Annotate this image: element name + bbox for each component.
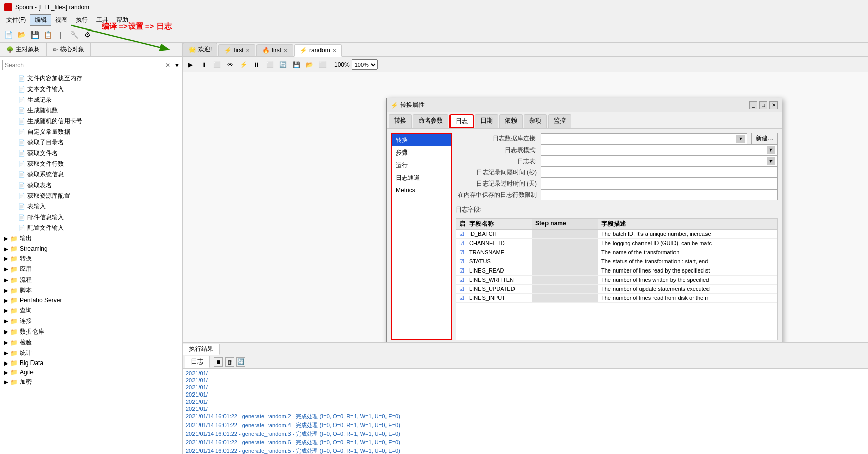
form-input-4[interactable] (541, 178, 778, 189)
tree-item[interactable]: 📄获取子目录名 (0, 137, 182, 148)
tree-item[interactable]: 📄获取文件行数 (0, 159, 182, 169)
dialog-minimize-btn[interactable]: _ (749, 101, 757, 109)
tree-item[interactable]: 📄自定义常量数据 (0, 127, 182, 137)
form-input-5[interactable] (541, 189, 778, 200)
tree-folder-统计[interactable]: ▶📁统计 (0, 348, 182, 358)
run-config-btn[interactable]: ⚡ (238, 59, 249, 70)
dialog-tab-monitor[interactable]: 监控 (548, 114, 571, 128)
tab-close-2[interactable]: ✕ (283, 48, 287, 53)
tab-main-tree[interactable]: 🌳 主对象树 (0, 43, 47, 56)
tree-item[interactable]: 📄生成随机数 (0, 105, 182, 116)
tree-folder-输出[interactable]: ▶📁输出 (0, 233, 182, 244)
tab-core-objects[interactable]: ✏ 核心对象 (47, 43, 91, 56)
preview-btn[interactable]: 👁 (224, 59, 236, 70)
log-refresh-btn[interactable]: 🔄 (236, 357, 245, 367)
run-btn[interactable]: ▶ (185, 59, 196, 70)
dialog-list-item-日志通道[interactable]: 日志通道 (392, 172, 451, 185)
dialog-list-item-Metrics[interactable]: Metrics (392, 185, 451, 196)
menu-edit[interactable]: 编辑 (30, 14, 51, 26)
tree-folder-转换[interactable]: ▶📁转换 (0, 253, 182, 264)
tree-folder-Streaming[interactable]: ▶📁Streaming (0, 244, 182, 253)
editor-tab-2[interactable]: 🔥first✕ (256, 44, 293, 56)
tree-folder-应用[interactable]: ▶📁应用 (0, 264, 182, 275)
table-row[interactable]: ☑ ID_BATCH The batch ID. It's a unique n… (456, 230, 777, 239)
search-clear-btn[interactable]: ✕ (163, 60, 172, 70)
combo-arrow-1[interactable]: ▼ (767, 146, 775, 154)
pause-btn[interactable]: ⏸ (198, 59, 209, 70)
pause-config-btn[interactable]: ⏸ (251, 59, 262, 70)
combo-arrow-2[interactable]: ▼ (767, 157, 775, 165)
tree-item[interactable]: 📄邮件信息输入 (0, 212, 182, 223)
menu-help[interactable]: 帮助 (112, 15, 133, 25)
tree-folder-Agile[interactable]: ▶📁Agile (0, 368, 182, 377)
menu-view[interactable]: 视图 (51, 15, 72, 25)
tree-item[interactable]: 📄文本文件输入 (0, 84, 182, 95)
menu-run[interactable]: 执行 (72, 15, 92, 25)
canvas-area[interactable]: ⚡ 转换属性 _ □ ✕ 转换命名参数日志日期依赖杂项监控 (183, 72, 868, 342)
editor-tab-0[interactable]: 🌟欢迎! (183, 43, 217, 56)
stop-btn[interactable]: ⬜ (211, 59, 222, 70)
row-check-3[interactable]: ☑ (456, 257, 466, 266)
open-canvas-btn[interactable]: 📂 (304, 59, 315, 70)
open-btn[interactable]: 📂 (15, 28, 27, 41)
tree-item[interactable]: 📄获取资源库配置 (0, 191, 182, 201)
new-connection-btn[interactable]: 新建... (751, 133, 778, 144)
tree-folder-PentahoServer[interactable]: ▶📁Pentaho Server (0, 296, 182, 305)
tree-item[interactable]: 📄生成随机的信用卡号 (0, 116, 182, 127)
row-check-6[interactable]: ☑ (456, 285, 466, 293)
search-input[interactable] (2, 60, 163, 70)
zoom-select[interactable]: 100% 75% 50% 150% (352, 59, 378, 70)
tree-item[interactable]: 📄获取表名 (0, 180, 182, 191)
tree-item[interactable]: 📄表输入 (0, 201, 182, 212)
form-input-3[interactable] (541, 167, 778, 178)
refresh-btn[interactable]: 🔄 (277, 59, 288, 70)
tree-folder-数据仓库[interactable]: ▶📁数据仓库 (0, 326, 182, 337)
tree-folder-连接[interactable]: ▶📁连接 (0, 316, 182, 326)
row-check-4[interactable]: ☑ (456, 266, 466, 275)
tree-item[interactable]: 📄配置文件输入 (0, 223, 182, 233)
combo-arrow-0[interactable]: ▼ (736, 135, 745, 143)
tree-folder-脚本[interactable]: ▶📁脚本 (0, 285, 182, 296)
tree-folder-BigData[interactable]: ▶📁Big Data (0, 358, 182, 368)
search-expand-btn[interactable]: ▼ (174, 62, 180, 68)
tree-item[interactable]: 📄获取系统信息 (0, 169, 182, 180)
table-row[interactable]: ☑ LINES_INPUT The number of lines read f… (456, 294, 777, 303)
menu-file[interactable]: 文件(F) (2, 15, 30, 25)
table-row[interactable]: ☑ LINES_WRITTEN The number of lines writ… (456, 276, 777, 285)
tree-folder-流程[interactable]: ▶📁流程 (0, 275, 182, 285)
row-check-0[interactable]: ☑ (456, 230, 466, 238)
save-canvas-btn[interactable]: 💾 (291, 59, 302, 70)
clear-canvas-btn[interactable]: ⬜ (317, 59, 328, 70)
dialog-tab-deps[interactable]: 依赖 (499, 114, 523, 128)
log-clear-btn[interactable]: 🗑 (225, 357, 234, 367)
tree-folder-加密[interactable]: ▶📁加密 (0, 377, 182, 387)
dialog-tab-named_params[interactable]: 命名参数 (413, 114, 448, 128)
spoon-icon[interactable]: 🥄 (68, 28, 80, 41)
tab-log[interactable]: 日志 (185, 356, 210, 368)
table-row[interactable]: ☑ TRANSNAME The name of the transformati… (456, 248, 777, 257)
table-row[interactable]: ☑ LINES_READ The number of lines read by… (456, 266, 777, 276)
tree-folder-查询[interactable]: ▶📁查询 (0, 305, 182, 316)
table-row[interactable]: ☑ CHANNEL_ID The logging channel ID (GUI… (456, 239, 777, 248)
dialog-tab-date[interactable]: 日期 (475, 114, 498, 128)
table-row[interactable]: ☑ LINES_UPDATED The number of update sta… (456, 285, 777, 294)
row-check-1[interactable]: ☑ (456, 239, 466, 248)
dialog-tab-transform[interactable]: 转换 (389, 114, 412, 128)
dialog-tab-log[interactable]: 日志 (449, 114, 474, 128)
save-btn[interactable]: 💾 (28, 28, 41, 41)
new-btn[interactable]: 📄 (2, 28, 14, 41)
stop-config-btn[interactable]: ⬜ (264, 59, 275, 70)
row-check-2[interactable]: ☑ (456, 248, 466, 257)
combo-0[interactable]: ▼ (541, 133, 747, 144)
menu-tools[interactable]: 工具 (92, 15, 112, 25)
tree-folder-检验[interactable]: ▶📁检验 (0, 337, 182, 348)
editor-tab-1[interactable]: ⚡first✕ (218, 44, 255, 56)
settings-btn[interactable]: ⚙ (81, 28, 93, 41)
tab-close-3[interactable]: ✕ (332, 48, 336, 53)
dialog-list-item-转换[interactable]: 转换 (392, 134, 451, 146)
tab-close-1[interactable]: ✕ (246, 48, 250, 53)
combo-1[interactable]: ▼ (541, 144, 778, 156)
tree-item[interactable]: 📄获取文件名 (0, 148, 182, 159)
row-check-7[interactable]: ☑ (456, 294, 466, 302)
row-check-5[interactable]: ☑ (456, 276, 466, 284)
